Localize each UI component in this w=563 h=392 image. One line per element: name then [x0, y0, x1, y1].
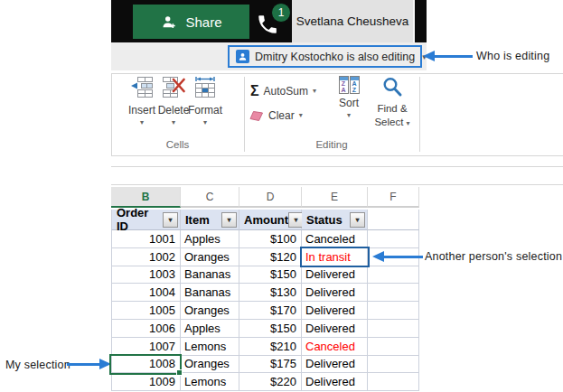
insert-button[interactable]: Insert ▾ [125, 76, 159, 126]
my-selection-label: My selection [5, 359, 70, 371]
cell-order-id[interactable]: 1003 [111, 266, 181, 285]
filter-button[interactable]: ▾ [350, 212, 365, 228]
cell-status[interactable]: Delivered [302, 302, 368, 320]
cell-empty[interactable] [368, 302, 419, 320]
call-count-badge: 1 [271, 3, 291, 23]
table-row: 1004 Bananas $130 Delivered [111, 284, 419, 302]
column-letter-C[interactable]: C [181, 187, 239, 208]
header-empty [368, 210, 419, 230]
arrow-line [383, 256, 423, 258]
cell-order-id[interactable]: 1004 [111, 284, 181, 302]
cell-empty[interactable] [368, 356, 419, 374]
cell-amount[interactable]: $220 [239, 373, 302, 391]
filter-button[interactable]: ▾ [163, 212, 178, 228]
cell-item[interactable]: Apples [181, 320, 239, 338]
find-select-button[interactable]: Find & Select ▾ [369, 76, 416, 128]
cell-status[interactable]: Delivered [302, 320, 368, 338]
coauthor-person-icon [236, 50, 249, 63]
cell-empty[interactable] [368, 320, 419, 338]
format-button[interactable]: Format ▾ [186, 76, 224, 126]
cell-amount[interactable]: $130 [239, 284, 302, 302]
table-row: 1005 Oranges $170 Delivered [111, 302, 419, 320]
format-cells-icon [193, 76, 217, 101]
group-separator [419, 77, 420, 152]
cell-order-id[interactable]: 1009 [111, 373, 181, 391]
cell-order-id[interactable]: 1005 [111, 302, 181, 320]
table-row: 1001 Apples $100 Canceled [111, 230, 419, 248]
cell-item[interactable]: Lemons [181, 373, 239, 391]
cell-order-id[interactable]: 1002 [111, 248, 181, 266]
delete-cells-icon [162, 76, 185, 101]
cell-status[interactable]: Delivered [302, 373, 368, 391]
share-label: Share [185, 14, 221, 30]
cell-status[interactable]: Delivered [302, 356, 368, 374]
find-select-label-1: Find & [377, 103, 407, 115]
cell-status[interactable]: Delivered [302, 284, 368, 302]
cell-item[interactable]: Oranges [181, 302, 239, 320]
cell-empty[interactable] [368, 230, 419, 248]
filter-button[interactable]: ▾ [221, 212, 237, 228]
header-status: Status ▾ [302, 210, 368, 230]
cell-item[interactable]: Apples [181, 230, 239, 248]
sort-label: Sort [339, 97, 359, 109]
cell-amount[interactable]: $150 [239, 320, 302, 338]
chevron-down-icon: ▾ [203, 119, 207, 126]
autosum-label: AutoSum [264, 85, 308, 98]
cell-item[interactable]: Oranges [181, 356, 239, 374]
cell-amount[interactable]: $150 [239, 266, 302, 285]
cell-amount[interactable]: $175 [239, 356, 302, 374]
chevron-down-icon: ▾ [407, 119, 410, 127]
cell-status[interactable]: Delivered [302, 266, 368, 285]
cell-order-id[interactable]: 1006 [111, 320, 181, 338]
eraser-icon [249, 110, 264, 122]
column-letter-F[interactable]: F [368, 187, 419, 208]
cell-amount[interactable]: $120 [239, 248, 302, 266]
chevron-down-icon: ▾ [347, 112, 351, 119]
cell-empty[interactable] [368, 338, 419, 356]
cell-item[interactable]: Bananas [181, 284, 239, 302]
cell-status[interactable]: Canceled [302, 338, 368, 356]
share-button[interactable]: Share [133, 5, 249, 39]
header-item: Item ▾ [181, 210, 239, 230]
person-add-icon [160, 14, 177, 31]
table-row: 1003 Bananas $150 Delivered [111, 266, 419, 285]
ribbon-bottom-border [111, 155, 563, 156]
column-letter-D[interactable]: D [239, 187, 302, 208]
cell-order-id[interactable]: 1001 [111, 230, 181, 248]
cell-empty[interactable] [368, 284, 419, 302]
insert-cells-icon [130, 76, 154, 101]
cell-amount[interactable]: $210 [239, 338, 302, 356]
coauthor-status-dropdown[interactable]: Dmitry Kostochko is also editing ▾ [228, 45, 422, 68]
cells-group-label: Cells [111, 139, 244, 150]
autosum-button[interactable]: Σ AutoSum ▾ [250, 84, 316, 98]
column-letter-E[interactable]: E [302, 187, 368, 208]
cell-item[interactable]: Oranges [181, 248, 239, 266]
sort-az-icon: Z A A Z [339, 76, 360, 94]
fill-handle[interactable] [176, 369, 183, 376]
clear-label: Clear [268, 109, 295, 122]
cell-empty[interactable] [368, 373, 419, 391]
user-name[interactable]: Svetlana Cheusheva [292, 0, 415, 42]
chevron-down-icon: ▾ [313, 88, 316, 95]
cell-amount[interactable]: $100 [239, 230, 302, 248]
cell-item[interactable]: Lemons [181, 338, 239, 356]
editing-group-label: Editing [244, 139, 419, 150]
other-user-selection-border [300, 247, 370, 267]
arrow-line [433, 55, 473, 58]
table-row: 1007 Lemons $210 Canceled [111, 338, 419, 356]
sort-button[interactable]: Z A A Z Sort ▾ [331, 76, 367, 119]
formula-bar-border [111, 166, 563, 167]
clear-button[interactable]: Clear ▾ [249, 109, 303, 122]
cell-empty[interactable] [368, 266, 419, 285]
another-selection-label: Another person's selection [425, 250, 562, 263]
header-order-id: Order ID ▾ [111, 210, 181, 230]
format-label: Format [188, 104, 222, 117]
ribbon-top-border [111, 73, 563, 74]
cell-status[interactable]: Canceled [302, 230, 368, 248]
column-headers: B C D E F [111, 187, 419, 208]
cell-order-id[interactable]: 1007 [111, 338, 181, 356]
table-row: 1009 Lemons $220 Delivered [111, 373, 419, 391]
column-letter-B[interactable]: B [111, 187, 181, 208]
cell-amount[interactable]: $170 [239, 302, 302, 320]
cell-item[interactable]: Bananas [181, 266, 239, 285]
